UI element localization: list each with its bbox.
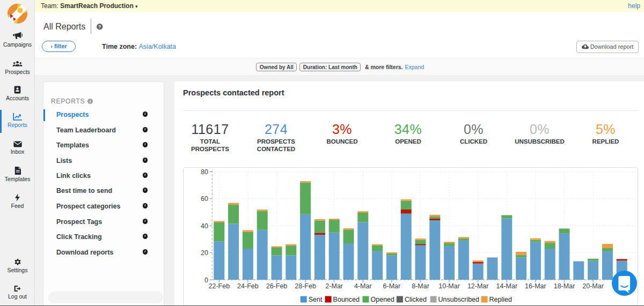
svg-text:?: ? xyxy=(98,24,101,29)
